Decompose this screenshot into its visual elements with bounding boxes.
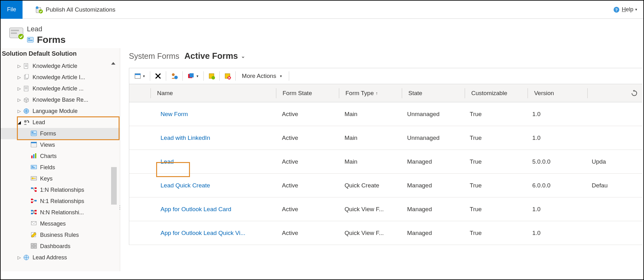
svg-rect-23 bbox=[31, 131, 37, 136]
sidebar-item-label: N:1 Relationships bbox=[40, 198, 84, 205]
cell-state: Managed bbox=[401, 158, 463, 165]
cell-form-state: Active bbox=[276, 111, 338, 118]
view-icon bbox=[31, 142, 38, 148]
svg-rect-41 bbox=[35, 190, 37, 192]
sidebar-item-label: Knowledge Base Re... bbox=[33, 97, 88, 103]
sidebar-item-1n-rel[interactable]: 1:N Relationships bbox=[1, 184, 120, 196]
chevron-down-icon: ⌄ bbox=[241, 53, 245, 59]
cell-version: 1.0 bbox=[526, 135, 585, 141]
table-row[interactable]: Lead with LinkedInActiveMainUnmanagedTru… bbox=[129, 126, 642, 150]
svg-point-63 bbox=[212, 76, 215, 79]
form-link[interactable]: Lead with LinkedIn bbox=[161, 135, 210, 141]
svg-rect-43 bbox=[31, 201, 33, 203]
svg-text:?: ? bbox=[615, 7, 618, 12]
new-button[interactable]: ▼ bbox=[132, 68, 148, 84]
cell-form-type: Main bbox=[338, 135, 401, 141]
doc-stack-icon bbox=[23, 74, 30, 80]
file-menu-button[interactable]: File bbox=[1, 1, 23, 19]
sidebar-item-label: Lead Address bbox=[33, 254, 67, 261]
table-row[interactable]: New FormActiveMainUnmanagedTrue1.0 bbox=[129, 102, 642, 126]
sidebar-item-keys[interactable]: Keys bbox=[1, 173, 120, 184]
column-customizable[interactable]: Customizable bbox=[465, 90, 528, 97]
scrollbar-thumb[interactable] bbox=[111, 167, 117, 205]
svg-rect-61 bbox=[190, 73, 194, 77]
deactivate-button[interactable] bbox=[222, 68, 233, 84]
column-state[interactable]: State bbox=[402, 90, 465, 97]
box-icon bbox=[23, 97, 30, 103]
sidebar-item-n1-rel[interactable]: N:1 Relationships bbox=[1, 196, 120, 207]
activate-button[interactable] bbox=[206, 68, 217, 84]
sidebar-item-label: Views bbox=[40, 142, 55, 148]
sidebar-item-dashboards[interactable]: Dashboards bbox=[1, 241, 120, 252]
svg-rect-48 bbox=[35, 213, 37, 214]
cell-form-type: Main bbox=[338, 158, 401, 165]
svg-point-22 bbox=[24, 120, 27, 123]
column-form-type[interactable]: Form Type↑ bbox=[339, 90, 402, 97]
cell-form-type: Quick Create bbox=[338, 182, 401, 189]
sidebar-item-forms[interactable]: Forms bbox=[1, 128, 120, 139]
svg-rect-35 bbox=[32, 167, 35, 168]
sidebar-item-knowledge-article[interactable]: ▷Knowledge Article bbox=[1, 60, 120, 72]
grid-toolbar: ▼ ▼ More Actions▼ bbox=[129, 68, 642, 84]
delete-button[interactable] bbox=[152, 68, 164, 84]
cell-form-state: Active bbox=[276, 230, 338, 237]
form-order-button[interactable]: ▼ bbox=[185, 68, 202, 84]
sidebar-item-knowledge-base-re[interactable]: ▷Knowledge Base Re... bbox=[1, 94, 120, 105]
msg-icon bbox=[31, 221, 38, 227]
svg-point-2 bbox=[36, 6, 38, 9]
form-link[interactable]: App for Outlook Lead Quick Vi... bbox=[161, 230, 245, 236]
form-link[interactable]: Lead Quick Create bbox=[161, 182, 210, 189]
form-link[interactable]: App for Outlook Lead Card bbox=[161, 206, 231, 212]
column-version[interactable]: Version bbox=[528, 90, 587, 97]
table-row[interactable]: LeadActiveMainManagedTrue5.0.0.0Upda bbox=[129, 150, 642, 174]
column-form-state[interactable]: Form State bbox=[276, 90, 339, 97]
sidebar-item-label: Knowledge Article ... bbox=[33, 85, 84, 92]
sidebar-item-views[interactable]: Views bbox=[1, 139, 120, 150]
view-selector[interactable]: Active Forms ⌄ bbox=[184, 51, 245, 61]
sidebar-item-label: Fields bbox=[40, 164, 55, 171]
svg-rect-25 bbox=[32, 134, 36, 134]
svg-rect-51 bbox=[31, 243, 33, 246]
sidebar-item-nn-rel[interactable]: N:N Relationshi... bbox=[1, 207, 120, 218]
view-category-label: System Forms bbox=[129, 52, 179, 61]
svg-rect-33 bbox=[31, 165, 37, 169]
sort-asc-icon: ↑ bbox=[376, 91, 378, 96]
publish-all-button[interactable]: Publish All Customizations bbox=[46, 6, 115, 13]
sidebar-item-knowledge-article-2[interactable]: ▷Knowledge Article ... bbox=[1, 83, 120, 94]
svg-rect-14 bbox=[25, 66, 27, 67]
svg-rect-42 bbox=[31, 199, 33, 200]
sidebar-item-messages[interactable]: Messages bbox=[1, 218, 120, 229]
table-row[interactable]: Lead Quick CreateActiveQuick CreateManag… bbox=[129, 174, 642, 197]
svg-rect-52 bbox=[34, 243, 37, 246]
svg-rect-11 bbox=[28, 40, 33, 41]
help-menu[interactable]: ? Help ▼ bbox=[613, 6, 638, 13]
cell-form-type: Main bbox=[338, 111, 401, 118]
cell-state: Managed bbox=[401, 230, 463, 237]
cell-state: Unmanaged bbox=[401, 135, 463, 141]
column-name[interactable]: Name bbox=[151, 90, 276, 97]
svg-rect-32 bbox=[35, 153, 36, 158]
svg-rect-10 bbox=[28, 38, 30, 39]
cell-form-state: Active bbox=[276, 158, 338, 165]
sidebar-item-lead[interactable]: ◢Lead bbox=[1, 117, 120, 128]
cell-customizable: True bbox=[463, 158, 526, 165]
sidebar-item-charts[interactable]: Charts bbox=[1, 150, 120, 162]
sidebar-item-language-module[interactable]: ▷Language Module bbox=[1, 105, 120, 117]
cell-version: 1.0 bbox=[526, 230, 585, 237]
cell-customizable: True bbox=[463, 111, 526, 118]
more-actions-button[interactable]: More Actions▼ bbox=[238, 68, 287, 84]
sidebar-item-lead-address[interactable]: ▷Lead Address bbox=[1, 252, 120, 263]
refresh-button[interactable] bbox=[626, 90, 642, 97]
sidebar-item-business-rules[interactable]: Business Rules bbox=[1, 229, 120, 241]
cell-state: Unmanaged bbox=[401, 111, 463, 118]
scroll-up-icon[interactable] bbox=[110, 61, 116, 66]
table-row[interactable]: App for Outlook Lead Quick Vi...ActiveQu… bbox=[129, 221, 642, 245]
enable-security-button[interactable] bbox=[168, 68, 181, 84]
sidebar-item-fields[interactable]: Fields bbox=[1, 162, 120, 173]
form-link[interactable]: New Form bbox=[161, 111, 188, 117]
chart-icon bbox=[31, 153, 38, 159]
svg-rect-20 bbox=[25, 89, 28, 89]
sidebar-item-knowledge-article-i[interactable]: ▷Knowledge Article I... bbox=[1, 72, 120, 83]
table-row[interactable]: App for Outlook Lead CardActiveQuick Vie… bbox=[129, 197, 642, 221]
app-window: File Publish All Customizations ? Help ▼… bbox=[0, 0, 644, 280]
